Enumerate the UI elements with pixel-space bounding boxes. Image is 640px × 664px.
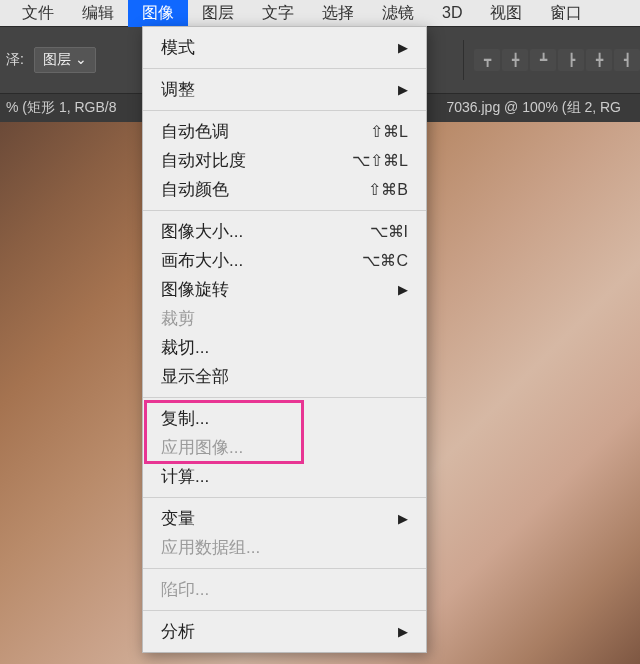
menu-view[interactable]: 视图 — [476, 0, 536, 27]
align-bottom-icon[interactable]: ┻ — [530, 49, 556, 71]
menubar: 文件 编辑 图像 图层 文字 选择 滤镜 3D 视图 窗口 — [0, 0, 640, 26]
separator — [143, 68, 426, 69]
menu-layer[interactable]: 图层 — [188, 0, 248, 27]
shortcut: ⌥⌘C — [362, 251, 408, 270]
menu-item-label: 裁切... — [161, 336, 209, 359]
menu-item-label: 自动颜色 — [161, 178, 229, 201]
menu-item-label: 分析 — [161, 620, 195, 643]
menu-item-auto-color[interactable]: 自动颜色 ⇧⌘B — [143, 175, 426, 204]
menu-type[interactable]: 文字 — [248, 0, 308, 27]
menu-item-duplicate[interactable]: 复制... — [143, 404, 426, 433]
toolbar-dropdown[interactable]: 图层 ⌄ — [34, 47, 96, 73]
image-menu-dropdown: 模式 ▶ 调整 ▶ 自动色调 ⇧⌘L 自动对比度 ⌥⇧⌘L 自动颜色 ⇧⌘B 图… — [142, 26, 427, 653]
menu-item-canvas-size[interactable]: 画布大小... ⌥⌘C — [143, 246, 426, 275]
separator — [143, 397, 426, 398]
menu-item-crop: 裁剪 — [143, 304, 426, 333]
separator — [143, 610, 426, 611]
menu-item-label: 裁剪 — [161, 307, 195, 330]
tab-document-2[interactable]: 7036.jpg @ 100% (组 2, RG — [446, 99, 621, 117]
menu-item-analysis[interactable]: 分析 ▶ — [143, 617, 426, 646]
menu-item-label: 陷印... — [161, 578, 209, 601]
menu-item-label: 图像旋转 — [161, 278, 229, 301]
align-top-icon[interactable]: ┳ — [474, 49, 500, 71]
menu-filter[interactable]: 滤镜 — [368, 0, 428, 27]
align-right-icon[interactable]: ┫ — [614, 49, 640, 71]
menu-item-variables[interactable]: 变量 ▶ — [143, 504, 426, 533]
align-left-icon[interactable]: ┣ — [558, 49, 584, 71]
menu-item-label: 变量 — [161, 507, 195, 530]
shortcut: ⇧⌘B — [368, 180, 408, 199]
menu-item-label: 画布大小... — [161, 249, 243, 272]
menu-item-reveal-all[interactable]: 显示全部 — [143, 362, 426, 391]
toolbar-dropdown-value: 图层 — [43, 51, 71, 67]
menu-item-calculations[interactable]: 计算... — [143, 462, 426, 491]
submenu-arrow-icon: ▶ — [398, 282, 408, 297]
shortcut: ⇧⌘L — [370, 122, 408, 141]
menu-item-auto-tone[interactable]: 自动色调 ⇧⌘L — [143, 117, 426, 146]
shortcut: ⌥⌘I — [370, 222, 408, 241]
menu-window[interactable]: 窗口 — [536, 0, 596, 27]
menu-3d[interactable]: 3D — [428, 1, 476, 25]
menu-item-label: 图像大小... — [161, 220, 243, 243]
menu-item-label: 调整 — [161, 78, 195, 101]
menu-image[interactable]: 图像 — [128, 0, 188, 27]
menu-item-label: 计算... — [161, 465, 209, 488]
shortcut: ⌥⇧⌘L — [352, 151, 408, 170]
menu-item-label: 自动对比度 — [161, 149, 246, 172]
menu-item-label: 应用图像... — [161, 436, 243, 459]
separator — [143, 110, 426, 111]
submenu-arrow-icon: ▶ — [398, 511, 408, 526]
submenu-arrow-icon: ▶ — [398, 82, 408, 97]
chevron-down-icon: ⌄ — [75, 51, 87, 67]
submenu-arrow-icon: ▶ — [398, 40, 408, 55]
align-hcenter-icon[interactable]: ╋ — [586, 49, 612, 71]
separator — [143, 568, 426, 569]
separator — [143, 210, 426, 211]
menu-item-label: 显示全部 — [161, 365, 229, 388]
align-vcenter-icon[interactable]: ╋ — [502, 49, 528, 71]
menu-item-label: 应用数据组... — [161, 536, 260, 559]
menu-item-label: 自动色调 — [161, 120, 229, 143]
menu-item-label: 模式 — [161, 36, 195, 59]
menu-item-image-size[interactable]: 图像大小... ⌥⌘I — [143, 217, 426, 246]
tab-document-1[interactable]: % (矩形 1, RGB/8 — [6, 99, 116, 117]
align-buttons: ┳ ╋ ┻ ┣ ╋ ┫ — [474, 49, 640, 71]
menu-item-trim[interactable]: 裁切... — [143, 333, 426, 362]
menu-item-image-rotate[interactable]: 图像旋转 ▶ — [143, 275, 426, 304]
separator — [143, 497, 426, 498]
separator — [463, 40, 464, 80]
menu-item-mode[interactable]: 模式 ▶ — [143, 33, 426, 62]
toolbar-label: 泽: — [6, 51, 24, 69]
menu-item-apply-dataset: 应用数据组... — [143, 533, 426, 562]
menu-file[interactable]: 文件 — [8, 0, 68, 27]
menu-item-apply-image: 应用图像... — [143, 433, 426, 462]
menu-select[interactable]: 选择 — [308, 0, 368, 27]
menu-item-auto-contrast[interactable]: 自动对比度 ⌥⇧⌘L — [143, 146, 426, 175]
menu-item-trap: 陷印... — [143, 575, 426, 604]
menu-item-label: 复制... — [161, 407, 209, 430]
submenu-arrow-icon: ▶ — [398, 624, 408, 639]
menu-item-adjust[interactable]: 调整 ▶ — [143, 75, 426, 104]
menu-edit[interactable]: 编辑 — [68, 0, 128, 27]
